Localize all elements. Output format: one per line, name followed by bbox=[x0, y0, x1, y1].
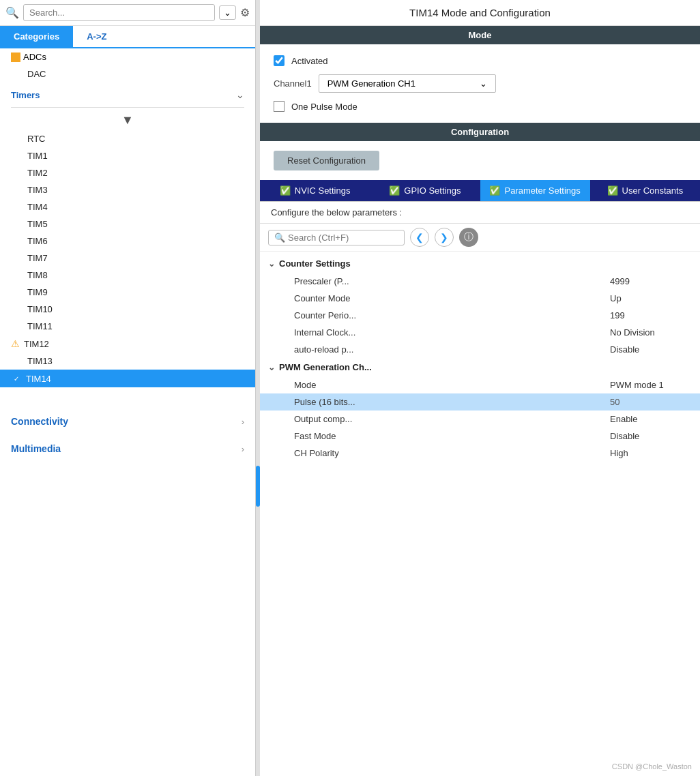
adcs-warning-icon bbox=[11, 53, 20, 62]
one-pulse-row: One Pulse Mode bbox=[274, 101, 686, 112]
user-constants-label: User Constants bbox=[622, 185, 684, 196]
gear-icon[interactable]: ⚙ bbox=[240, 6, 250, 19]
param-auto-reload[interactable]: auto-reload p... Disable bbox=[260, 341, 700, 358]
counter-settings-label: Counter Settings bbox=[279, 258, 351, 269]
nvic-settings-label: NVIC Settings bbox=[295, 185, 351, 196]
connectivity-row[interactable]: Connectivity › bbox=[0, 408, 255, 435]
timer-tim13[interactable]: TIM13 bbox=[0, 353, 255, 370]
check-circle-icon: ✓ bbox=[11, 373, 22, 384]
timers-label: Timers bbox=[11, 90, 40, 100]
timer-tim5[interactable]: TIM5 bbox=[0, 215, 255, 233]
mode-section: Activated Channel1 PWM Generation CH1 ⌄ … bbox=[260, 44, 700, 123]
tab-parameter-settings[interactable]: ✅ Parameter Settings bbox=[480, 180, 590, 201]
adcs-item[interactable]: ADCs bbox=[0, 48, 255, 65]
pulse-label: Pulse (16 bits... bbox=[294, 397, 610, 407]
timer-tim12-label: TIM12 bbox=[24, 339, 49, 349]
param-pulse[interactable]: Pulse (16 bits... 50 bbox=[260, 393, 700, 411]
internal-clock-value: No Division bbox=[610, 327, 692, 338]
sort-row: ▼ bbox=[0, 110, 255, 130]
sidebar-scroll: ADCs DAC Timers ⌄ ▼ RTC TIM1 TIM2 TIM3 T… bbox=[0, 48, 255, 776]
activated-label: Activated bbox=[291, 56, 327, 66]
param-check-icon: ✅ bbox=[489, 185, 500, 196]
activated-row: Activated bbox=[274, 55, 686, 66]
tab-user-constants[interactable]: ✅ User Constants bbox=[590, 180, 700, 201]
tab-nvic-settings[interactable]: ✅ NVIC Settings bbox=[260, 180, 370, 201]
timer-tim12[interactable]: ⚠ TIM12 bbox=[0, 335, 255, 353]
param-ch-polarity[interactable]: CH Polarity High bbox=[260, 445, 700, 462]
config-section: Reset Configuration ✅ NVIC Settings ✅ GP… bbox=[260, 141, 700, 464]
info-btn[interactable]: ⓘ bbox=[459, 228, 478, 247]
multimedia-row[interactable]: Multimedia › bbox=[0, 435, 255, 462]
timer-tim8[interactable]: TIM8 bbox=[0, 267, 255, 284]
activated-checkbox[interactable] bbox=[274, 55, 285, 66]
tab-bar: Categories A->Z bbox=[0, 26, 255, 48]
config-section-header: Configuration bbox=[260, 123, 700, 141]
pwm-chevron-icon: ⌄ bbox=[268, 363, 275, 372]
tab-gpio-settings[interactable]: ✅ GPIO Settings bbox=[370, 180, 480, 201]
ch-polarity-value: High bbox=[610, 448, 692, 458]
timer-tim1[interactable]: TIM1 bbox=[0, 147, 255, 164]
timer-rtc[interactable]: RTC bbox=[0, 130, 255, 147]
timer-tim3[interactable]: TIM3 bbox=[0, 181, 255, 198]
gpio-check-icon: ✅ bbox=[389, 185, 400, 196]
search-params-icon: 🔍 bbox=[274, 233, 285, 243]
search-params-row: 🔍 ❮ ❯ ⓘ bbox=[260, 224, 700, 252]
param-counter-mode[interactable]: Counter Mode Up bbox=[260, 290, 700, 307]
sort-icon: ▼ bbox=[121, 113, 134, 127]
prescaler-value: 4999 bbox=[610, 276, 692, 286]
pwm-mode-label: Mode bbox=[294, 380, 610, 390]
channel1-label: Channel1 bbox=[274, 78, 312, 89]
mode-section-header: Mode bbox=[260, 26, 700, 44]
timer-tim11[interactable]: TIM11 bbox=[0, 318, 255, 335]
nvic-check-icon: ✅ bbox=[280, 185, 291, 196]
right-title: TIM14 Mode and Configuration bbox=[260, 0, 700, 26]
timer-tim2[interactable]: TIM2 bbox=[0, 164, 255, 181]
timer-tim14-label: TIM14 bbox=[26, 374, 51, 384]
output-comp-value: Enable bbox=[610, 414, 692, 424]
one-pulse-checkbox[interactable] bbox=[274, 101, 285, 112]
timer-tim14[interactable]: ✓ TIM14 bbox=[0, 370, 255, 387]
timer-tim6[interactable]: TIM6 bbox=[0, 233, 255, 250]
output-comp-label: Output comp... bbox=[294, 414, 610, 424]
tab-categories[interactable]: Categories bbox=[0, 26, 73, 47]
pwm-generation-group[interactable]: ⌄ PWM Generation Ch... bbox=[260, 358, 700, 376]
dac-item[interactable]: DAC bbox=[0, 65, 255, 83]
param-fast-mode[interactable]: Fast Mode Disable bbox=[260, 428, 700, 445]
params-tree: ⌄ Counter Settings Prescaler (P... 4999 … bbox=[260, 252, 700, 464]
connectivity-arrow-icon: › bbox=[242, 417, 244, 427]
parameter-settings-label: Parameter Settings bbox=[504, 185, 580, 196]
timer-tim7[interactable]: TIM7 bbox=[0, 250, 255, 267]
reset-config-button[interactable]: Reset Configuration bbox=[274, 151, 379, 170]
param-internal-clock[interactable]: Internal Clock... No Division bbox=[260, 324, 700, 341]
connectivity-label: Connectivity bbox=[11, 416, 68, 427]
timer-tim10[interactable]: TIM10 bbox=[0, 301, 255, 318]
timer-tim4[interactable]: TIM4 bbox=[0, 198, 255, 215]
nav-prev-btn[interactable]: ❮ bbox=[410, 228, 429, 247]
gpio-settings-label: GPIO Settings bbox=[404, 185, 461, 196]
timer-tim9[interactable]: TIM9 bbox=[0, 284, 255, 301]
counter-settings-group[interactable]: ⌄ Counter Settings bbox=[260, 254, 700, 273]
param-prescaler[interactable]: Prescaler (P... 4999 bbox=[260, 273, 700, 290]
spacer bbox=[0, 387, 255, 408]
pulse-value[interactable]: 50 bbox=[610, 397, 692, 407]
param-output-comp[interactable]: Output comp... Enable bbox=[260, 411, 700, 428]
user-check-icon: ✅ bbox=[607, 185, 618, 196]
tab-az[interactable]: A->Z bbox=[73, 26, 120, 47]
channel1-value: PWM Generation CH1 bbox=[327, 78, 415, 89]
fast-mode-value: Disable bbox=[610, 431, 692, 441]
param-counter-period[interactable]: Counter Perio... 199 bbox=[260, 307, 700, 324]
nav-next-btn[interactable]: ❯ bbox=[435, 228, 454, 247]
param-mode[interactable]: Mode PWM mode 1 bbox=[260, 376, 700, 393]
search-input[interactable] bbox=[23, 4, 215, 21]
search-dropdown-btn[interactable]: ⌄ bbox=[219, 5, 236, 20]
main-layout: 🔍 ⌄ ⚙ Categories A->Z ADCs DAC Timers bbox=[0, 0, 700, 776]
config-tabs: ✅ NVIC Settings ✅ GPIO Settings ✅ Parame… bbox=[260, 180, 700, 202]
auto-reload-label: auto-reload p... bbox=[294, 344, 610, 355]
channel1-dropdown[interactable]: PWM Generation CH1 ⌄ bbox=[319, 74, 496, 93]
pwm-mode-value: PWM mode 1 bbox=[610, 380, 692, 390]
timers-chevron-icon: ⌄ bbox=[236, 89, 244, 100]
right-panel: TIM14 Mode and Configuration Mode Activa… bbox=[260, 0, 700, 776]
search-bar: 🔍 ⌄ ⚙ bbox=[0, 0, 255, 26]
timers-section-header[interactable]: Timers ⌄ bbox=[0, 83, 255, 104]
search-params-input[interactable] bbox=[288, 233, 398, 243]
